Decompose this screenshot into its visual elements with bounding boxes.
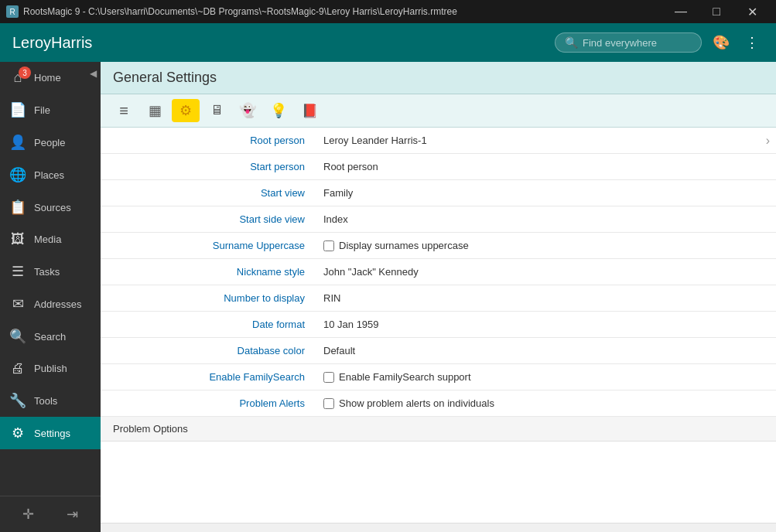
problem-alerts-value: Show problem alerts on individuals <box>317 393 776 414</box>
file-label: File <box>34 104 50 116</box>
horizontal-scrollbar[interactable] <box>101 523 776 532</box>
start-view-text: Family <box>323 187 353 199</box>
problem-alerts-label: Problem Alerts <box>101 393 317 414</box>
settings-row-database-color: Database colorDefault <box>101 338 776 364</box>
sidebar-item-places[interactable]: 🌐Places <box>0 159 101 191</box>
file-icon: 📄 <box>9 101 26 118</box>
sidebar-item-file[interactable]: 📄File <box>0 94 101 126</box>
title-bar-left: R RootsMagic 9 - C:\Users\harri\Document… <box>6 5 457 18</box>
addresses-label: Addresses <box>34 298 81 310</box>
root-person-label: Root person <box>101 130 317 151</box>
tab-monitor-icon: 🖥 <box>210 103 224 118</box>
move-icon[interactable]: ✛ <box>19 503 37 526</box>
maximize-button[interactable]: □ <box>699 0 734 23</box>
number-to-display-value: RIN <box>317 288 776 309</box>
surname-uppercase-checkbox[interactable] <box>323 240 334 251</box>
problem-options-header: Problem Options <box>101 417 776 442</box>
number-to-display-text: RIN <box>323 292 340 304</box>
menu-button[interactable]: ⋮ <box>740 29 764 56</box>
sidebar-item-search[interactable]: 🔍Search <box>0 320 101 353</box>
tab-display[interactable]: ▦ <box>141 99 169 122</box>
tab-general-icon: ≡ <box>119 102 128 120</box>
tasks-icon: ☰ <box>9 263 26 280</box>
header-right: 🔍 🎨 ⋮ <box>555 29 764 56</box>
addresses-icon: ✉ <box>9 295 26 312</box>
date-format-value: 10 Jan 1959 <box>317 314 776 335</box>
settings-rows: Root personLeroy Leander Harris-1›Start … <box>101 128 776 417</box>
search-input[interactable] <box>583 37 692 49</box>
problem-options-label: Problem Options <box>113 423 188 435</box>
people-label: People <box>34 137 65 148</box>
surname-uppercase-label: Surname Uppercase <box>101 235 317 256</box>
problem-alerts-checkbox[interactable] <box>323 398 334 409</box>
enable-familysearch-checkbox-label[interactable]: Enable FamilySearch support <box>323 371 471 383</box>
settings-row-enable-familysearch: Enable FamilySearchEnable FamilySearch s… <box>101 364 776 390</box>
settings-row-start-view: Start viewFamily <box>101 180 776 206</box>
places-label: Places <box>34 169 64 181</box>
pin-icon[interactable]: ⇥ <box>63 503 81 526</box>
sources-icon: 📋 <box>9 199 26 216</box>
root-person-chevron-icon: › <box>766 134 770 148</box>
root-person-value[interactable]: Leroy Leander Harris-1› <box>317 129 776 152</box>
settings-row-surname-uppercase: Surname UppercaseDisplay surnames upperc… <box>101 233 776 259</box>
start-side-view-label: Start side view <box>101 209 317 230</box>
media-icon: 🖼 <box>9 231 26 247</box>
root-person-text: Leroy Leander Harris-1 <box>323 135 427 146</box>
sidebar-item-sources[interactable]: 📋Sources <box>0 191 101 223</box>
sidebar-bottom: ✛ ⇥ <box>0 496 101 532</box>
sidebar-item-people[interactable]: 👤People <box>0 126 101 159</box>
start-person-value: Root person <box>317 156 776 177</box>
app-title: LeroyHarris <box>12 34 92 52</box>
page-header: General Settings <box>101 62 776 94</box>
sidebar-item-home[interactable]: ⌂Home3 <box>0 62 101 94</box>
tab-book[interactable]: 📕 <box>296 99 323 122</box>
start-person-label: Start person <box>101 156 317 177</box>
start-view-label: Start view <box>101 182 317 203</box>
surname-uppercase-checkbox-label[interactable]: Display surnames uppercase <box>323 240 469 251</box>
page-title: General Settings <box>113 70 217 85</box>
tab-monitor[interactable]: 🖥 <box>203 99 231 122</box>
tab-bulb[interactable]: 💡 <box>265 99 292 122</box>
sidebar-item-addresses[interactable]: ✉Addresses <box>0 288 101 320</box>
number-to-display-label: Number to display <box>101 288 317 309</box>
places-icon: 🌐 <box>9 166 26 183</box>
tab-settings2[interactable]: ⚙ <box>172 99 200 122</box>
content-area: General Settings ≡ ▦ ⚙ 🖥 👻 💡 📕 <box>101 62 776 532</box>
global-search[interactable]: 🔍 <box>555 32 702 53</box>
start-view-value: Family <box>317 182 776 203</box>
sidebar-item-settings[interactable]: ⚙Settings <box>0 417 101 449</box>
nickname-style-value: John "Jack" Kennedy <box>317 261 776 282</box>
settings-content: Root personLeroy Leander Harris-1›Start … <box>101 128 776 523</box>
settings-tabs: ≡ ▦ ⚙ 🖥 👻 💡 📕 <box>101 94 776 128</box>
surname-uppercase-value: Display surnames uppercase <box>317 235 776 256</box>
tab-ghost[interactable]: 👻 <box>234 99 262 122</box>
date-format-label: Date format <box>101 314 317 335</box>
sidebar-item-publish[interactable]: 🖨Publish <box>0 353 101 384</box>
tab-general[interactable]: ≡ <box>110 99 138 122</box>
problem-alerts-checkbox-label[interactable]: Show problem alerts on individuals <box>323 397 494 409</box>
sidebar-nav: ⌂Home3📄File👤People🌐Places📋Sources🖼Media☰… <box>0 62 101 449</box>
minimize-button[interactable]: — <box>663 0 699 23</box>
sidebar-item-media[interactable]: 🖼Media <box>0 223 101 255</box>
settings-row-start-person: Start personRoot person <box>101 154 776 180</box>
sidebar-item-tools[interactable]: 🔧Tools <box>0 384 101 417</box>
window-title: RootsMagic 9 - C:\Users\harri\Documents\… <box>23 6 457 17</box>
search-icon: 🔍 <box>9 328 26 345</box>
media-label: Media <box>34 234 61 245</box>
home-badge: 3 <box>19 66 31 79</box>
settings-label: Settings <box>34 428 70 439</box>
close-button[interactable]: ✕ <box>734 0 770 23</box>
nickname-style-label: Nickname style <box>101 261 317 282</box>
enable-familysearch-checkbox[interactable] <box>323 372 334 383</box>
sidebar-item-tasks[interactable]: ☰Tasks <box>0 255 101 288</box>
tab-book-icon: 📕 <box>302 103 318 119</box>
start-person-text: Root person <box>323 161 378 172</box>
settings-row-problem-alerts: Problem AlertsShow problem alerts on ind… <box>101 390 776 417</box>
tasks-label: Tasks <box>34 266 60 278</box>
settings-row-root-person: Root personLeroy Leander Harris-1› <box>101 128 776 154</box>
app-header: LeroyHarris 🔍 🎨 ⋮ <box>0 23 776 62</box>
app-icon: R <box>6 5 19 18</box>
theme-button[interactable]: 🎨 <box>708 29 734 56</box>
search-icon: 🔍 <box>565 36 578 49</box>
enable-familysearch-label: Enable FamilySearch <box>101 367 317 387</box>
